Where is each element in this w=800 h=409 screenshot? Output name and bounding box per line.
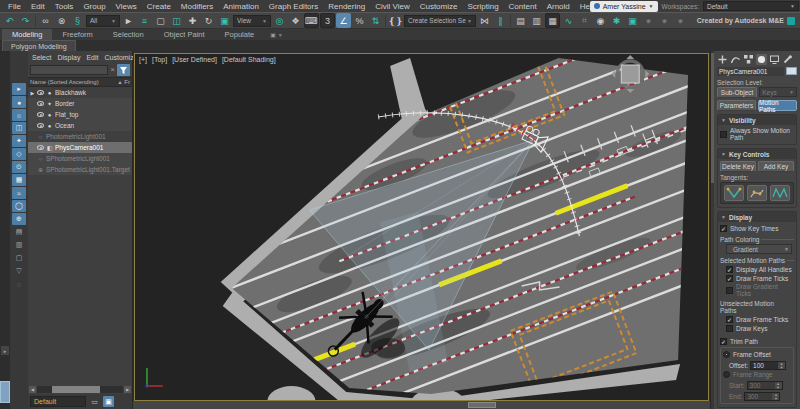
spinner-arrows-icon[interactable]: ▲▼ [772,393,779,400]
select-and-link-button[interactable]: ∞ [38,13,53,28]
show-key-times-row[interactable]: Show Key Times [720,224,794,233]
tree-item-border[interactable]: ✦ Border [28,98,132,109]
material-editor-button[interactable]: ◉ [593,13,608,28]
viewport-menu-plus[interactable]: [+] [139,56,147,63]
filter-shapes-icon[interactable]: ◇ [12,148,26,160]
menu-rendering[interactable]: Rendering [323,2,370,11]
ribbon-tab-selection[interactable]: Selection [103,29,154,40]
always-show-motion-path-row[interactable]: Always Show Motion Path [720,127,794,141]
tab-hierarchy[interactable] [743,54,754,65]
spinner-arrows-icon[interactable]: ▲▼ [778,362,785,369]
ribbon-tab-populate[interactable]: Populate [215,29,265,40]
viewport-pov-label[interactable]: [User Defined] [172,56,217,63]
filter-lights-icon[interactable]: ☼ [12,109,26,121]
select-and-move-button[interactable]: ✚ [185,13,200,28]
select-and-manipulate-button[interactable]: ❖ [288,13,303,28]
sub-object-mode-dropdown[interactable]: Keys ▼ [759,87,797,97]
tab-modify[interactable] [730,54,741,65]
percent-snap-toggle[interactable]: % [352,13,367,28]
menu-civil-view[interactable]: Civil View [370,2,415,11]
keyboard-override-toggle[interactable]: ⌨ [304,13,319,28]
draw-frame-ticks-row[interactable]: Draw Frame Ticks [720,274,794,283]
ribbon-tab-freeform[interactable]: Freeform [52,29,102,40]
menu-customize[interactable]: Customize [415,2,463,11]
checkbox-unchecked[interactable] [726,325,733,332]
select-and-rotate-button[interactable]: ↻ [201,13,216,28]
rectangular-selection-button[interactable]: ▢ [153,13,168,28]
eye-icon[interactable] [37,112,44,117]
rail-expand-button[interactable]: ▸ [1,346,9,355]
draw-frame-ticks-unselected-row[interactable]: Draw Frame Ticks [720,315,794,324]
checkbox-checked[interactable] [720,225,727,232]
menu-views[interactable]: Views [111,2,142,11]
render-production-button[interactable]: ● [673,13,688,28]
select-object-button[interactable]: ► [121,13,136,28]
explorer-view-list-icon[interactable]: ▤ [12,226,26,238]
filter-cameras-icon[interactable]: ◫ [12,122,26,134]
viewport[interactable]: [+] [Top] [User Defined] [Default Shadin… [134,53,709,401]
selection-filter-dropdown[interactable]: All ▼ [86,15,120,27]
time-slider-handle[interactable] [468,402,496,408]
visibility-rollout-header[interactable]: ▼Visibility [718,115,796,125]
menu-edit[interactable]: Edit [26,2,50,11]
spinner-snap-toggle[interactable]: ⇅ [368,13,383,28]
scrollbar-thumb[interactable] [711,53,714,183]
tree-item-blackhawk[interactable]: ▶ ● Blackhawk [28,87,132,98]
smooth-tangent-button[interactable] [770,185,790,201]
spinner-arrows-icon[interactable]: ▲▼ [775,382,782,389]
explorer-preset-dropdown[interactable]: Default [30,396,86,407]
command-panel-scrollbar[interactable] [711,51,714,409]
filter-bones-icon[interactable]: ▦ [12,174,26,186]
select-by-name-button[interactable]: ≡ [137,13,152,28]
curve-editor-button[interactable]: ∿ [561,13,576,28]
tree-item-sphotometriclight001-target[interactable]: ⊕ SPhotometricLight001.Target [28,164,132,175]
path-coloring-dropdown[interactable]: Gradient ▼ [726,244,792,254]
tree-item-flat-top[interactable]: ● Flat_top [28,109,132,120]
bind-to-spacewarp-button[interactable]: § [70,13,85,28]
ribbon-tab-modeling[interactable]: Modeling [2,29,52,40]
search-input[interactable] [30,65,108,75]
ribbon-options-button[interactable]: ▣▼ [270,29,283,40]
redo-button[interactable]: ↷ [18,13,33,28]
reference-coordinate-dropdown[interactable]: View ▼ [233,15,271,27]
polygon-modeling-panel-tab[interactable]: Polygon Modeling [2,40,76,51]
trim-path-row[interactable]: Trim Path [720,337,794,346]
clear-search-icon[interactable]: × [110,66,115,74]
eye-icon[interactable] [37,90,44,95]
mirror-button[interactable]: ⋈ [477,13,492,28]
menu-tools[interactable]: Tools [50,2,79,11]
use-pivot-center-button[interactable]: ◎ [272,13,287,28]
eye-icon[interactable] [37,123,44,128]
select-and-scale-button[interactable]: ▣ [217,13,232,28]
pin-explorer-icon[interactable]: ▣ [103,396,114,407]
viewport-shading-label[interactable]: [Default Shading] [222,56,276,63]
checkbox-checked[interactable] [726,275,733,282]
schematic-view-button[interactable]: ⌗ [577,13,592,28]
add-key-button[interactable]: Add Key [758,161,794,172]
se-menu-display[interactable]: Display [54,54,83,61]
render-iterative-button[interactable]: ● [657,13,672,28]
checkbox-checked[interactable] [726,266,733,273]
eye-icon[interactable] [37,101,44,106]
explorer-lock-icon[interactable]: ◌ [12,278,26,290]
menu-file[interactable]: File [3,2,26,11]
delete-explorer-icon[interactable]: ▭ [89,396,100,407]
parameters-button[interactable]: Parameters [717,100,756,111]
offset-spinner[interactable]: 100 ▲▼ [750,361,786,370]
tab-create[interactable] [717,54,728,65]
object-name-field[interactable]: PhysCamera001 [717,67,784,76]
angle-snap-toggle[interactable]: ∠ [336,13,351,28]
se-menu-edit[interactable]: Edit [83,54,101,61]
tab-utilities[interactable] [782,54,793,65]
checkbox-checked[interactable] [726,316,733,323]
tree-item-ocean[interactable]: ● Ocean [28,120,132,131]
search-filter-button[interactable] [117,64,130,76]
object-color-swatch[interactable] [786,67,797,75]
menu-scripting[interactable]: Scripting [462,2,503,11]
unlink-selection-button[interactable]: ⊗ [54,13,69,28]
motion-paths-button[interactable]: Motion Paths [758,100,797,111]
menu-animation[interactable]: Animation [218,2,264,11]
scroll-left-icon[interactable]: ◀ [29,386,36,393]
scrollbar-thumb[interactable] [52,386,99,393]
explorer-horizontal-scrollbar[interactable]: ◀ ▶ [28,385,132,394]
